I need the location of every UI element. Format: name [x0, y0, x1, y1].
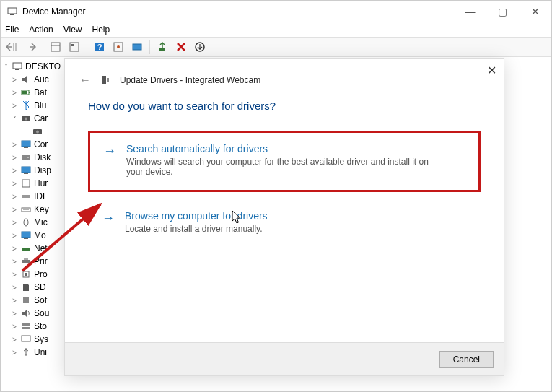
back-arrow-icon[interactable]: ← [79, 74, 91, 87]
chevron-icon: > [11, 284, 18, 292]
device-manager-window: Device Manager — ▢ ✕ File Action View He… [0, 0, 552, 392]
nav-forward-button[interactable] [22, 39, 38, 55]
tree-item-label: Sof [34, 295, 47, 305]
dialog-close-button[interactable]: ✕ [487, 64, 496, 77]
menu-file[interactable]: File [5, 25, 19, 35]
uninstall-button[interactable] [173, 39, 189, 55]
svg-rect-30 [22, 195, 30, 198]
svg-rect-41 [23, 297, 29, 303]
menu-action[interactable]: Action [29, 25, 53, 35]
cancel-button[interactable]: Cancel [439, 351, 494, 368]
nav-back-button[interactable] [4, 39, 19, 55]
disable-button[interactable] [192, 39, 208, 55]
svg-rect-4 [70, 43, 79, 51]
tree-item[interactable]: >Mic [2, 216, 64, 229]
maximize-button[interactable]: ▢ [486, 1, 519, 22]
toolbar: ? [1, 37, 551, 57]
tree-item[interactable]: >Pro [2, 268, 64, 281]
tree-item[interactable]: >Sof [2, 294, 64, 307]
svg-rect-44 [22, 336, 30, 341]
show-hidden-button[interactable] [48, 39, 63, 55]
svg-rect-1 [10, 14, 14, 15]
arrow-right-icon: → [102, 212, 115, 234]
computer-icon [12, 61, 23, 72]
disk-icon [20, 152, 32, 163]
svg-rect-24 [24, 147, 28, 148]
network-icon [20, 243, 32, 254]
monitor-icon [20, 139, 32, 150]
chevron-icon: > [11, 141, 18, 149]
tree-item[interactable]: >Sys [2, 333, 64, 346]
properties-button[interactable] [66, 39, 82, 55]
tree-item[interactable]: >Disk [2, 151, 64, 164]
close-button[interactable]: ✕ [519, 1, 551, 22]
chevron-icon: > [11, 193, 18, 201]
tree-item-label: Net [34, 243, 48, 253]
svg-point-22 [36, 131, 39, 134]
scan-button[interactable] [129, 39, 145, 55]
tree-item[interactable]: >Key [2, 203, 64, 216]
svg-rect-36 [22, 248, 30, 251]
chevron-icon: > [11, 232, 18, 240]
option-search-automatically[interactable]: → Search automatically for drivers Windo… [88, 131, 481, 192]
tree-item[interactable]: >Disp [2, 164, 64, 177]
option-content: Search automatically for drivers Windows… [126, 143, 437, 177]
ide-icon [20, 191, 32, 202]
svg-rect-18 [22, 91, 27, 94]
action-button[interactable] [110, 39, 126, 55]
option-desc: Windows will search your computer for th… [126, 157, 437, 177]
tree-item[interactable]: >Hur [2, 177, 64, 190]
tree-item[interactable]: >Prir [2, 255, 64, 268]
device-tree[interactable]: ˅ DESKTO >Auc>Bat>Blu˅Car>Cor>Disk>Disp>… [1, 57, 66, 391]
window-buttons: — ▢ ✕ [454, 1, 551, 22]
monitor-icon [20, 230, 32, 241]
system-icon [20, 334, 32, 345]
app-icon [6, 6, 18, 17]
tree-item[interactable]: >Blu [2, 99, 64, 112]
minimize-button[interactable]: — [454, 1, 486, 22]
svg-rect-23 [22, 141, 30, 147]
option-title: Browse my computer for drivers [125, 210, 268, 222]
chevron-icon: > [11, 89, 18, 97]
chevron-icon: ˅ [11, 115, 18, 123]
battery-icon [20, 87, 32, 98]
tree-item[interactable]: >Sou [2, 307, 64, 320]
help-button[interactable]: ? [92, 39, 108, 55]
tree-item[interactable]: >Sto [2, 320, 64, 333]
svg-rect-0 [8, 8, 17, 14]
tree-item[interactable]: >Auc [2, 73, 64, 86]
tree-item[interactable]: >Uni [2, 346, 64, 359]
tree-item[interactable]: >Mo [2, 229, 64, 242]
chevron-icon: > [11, 245, 18, 253]
tree-subitem[interactable] [2, 125, 64, 138]
tree-item[interactable]: >SD [2, 281, 64, 294]
sd-icon [20, 282, 32, 293]
toolbar-separator [43, 40, 43, 54]
svg-rect-17 [29, 92, 30, 93]
sound-icon [20, 308, 32, 319]
svg-rect-43 [22, 327, 30, 329]
update-drivers-dialog: ✕ ← Update Drivers - Integrated Webcam H… [64, 58, 504, 376]
svg-rect-35 [24, 238, 28, 239]
svg-rect-34 [22, 232, 30, 238]
usb-icon [20, 347, 32, 358]
tree-item[interactable]: >Bat [2, 86, 64, 99]
menu-help[interactable]: Help [92, 25, 110, 35]
chevron-icon: > [11, 297, 18, 305]
driver-icon [100, 74, 111, 86]
tree-root[interactable]: ˅ DESKTO [2, 60, 64, 73]
update-driver-button[interactable] [154, 39, 170, 55]
tree-item[interactable]: ˅Car [2, 112, 64, 125]
chevron-icon: > [11, 206, 18, 214]
tree-item[interactable]: >Cor [2, 138, 64, 151]
dialog-question: How do you want to search for drivers? [88, 100, 481, 112]
tree-item[interactable]: >IDE [2, 190, 64, 203]
svg-point-9 [117, 45, 120, 48]
dialog-title: Update Drivers - Integrated Webcam [120, 75, 260, 85]
tree-item-label: Sou [34, 308, 49, 318]
option-browse-computer[interactable]: → Browse my computer for drivers Locate … [88, 205, 481, 239]
monitor-icon [20, 165, 32, 176]
menu-view[interactable]: View [63, 25, 82, 35]
tree-item[interactable]: >Net [2, 242, 64, 255]
svg-rect-46 [107, 78, 109, 82]
